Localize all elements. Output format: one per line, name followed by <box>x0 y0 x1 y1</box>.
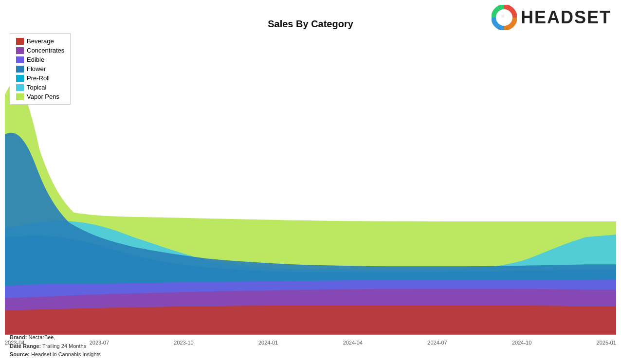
legend-color-flower <box>16 66 24 73</box>
area-beverage <box>5 306 616 335</box>
legend-label-flower: Flower <box>27 65 46 73</box>
logo-text: HEADSET <box>521 7 611 28</box>
page-container: HEADSET Sales By Category BeverageConcen… <box>0 0 621 364</box>
legend-item-vapor-pens: Vapor Pens <box>16 93 64 100</box>
legend-color-concentrates <box>16 47 24 54</box>
x-axis-label: 2024-10 <box>512 340 531 346</box>
legend-label-pre-roll: Pre-Roll <box>27 74 50 82</box>
legend-color-pre-roll <box>16 75 24 82</box>
x-axis-label: 2024-04 <box>343 340 363 346</box>
brand-label: Brand: <box>10 334 27 340</box>
legend-color-topical <box>16 84 24 91</box>
chart-legend: BeverageConcentratesEdibleFlowerPre-Roll… <box>10 33 71 105</box>
chart-title: Sales By Category <box>268 18 353 30</box>
legend-color-edible <box>16 56 24 63</box>
legend-label-vapor-pens: Vapor Pens <box>27 93 59 100</box>
legend-label-concentrates: Concentrates <box>27 47 64 54</box>
legend-label-edible: Edible <box>27 56 44 63</box>
legend-color-beverage <box>16 38 24 45</box>
legend-label-topical: Topical <box>27 84 46 91</box>
chart-area <box>5 32 616 335</box>
legend-item-concentrates: Concentrates <box>16 47 64 54</box>
chart-svg <box>5 32 616 335</box>
legend-item-flower: Flower <box>16 65 64 73</box>
svg-point-2 <box>501 15 504 18</box>
x-axis-label: 2024-01 <box>258 340 278 346</box>
footer-brand: Brand: NectarBee, <box>10 333 101 342</box>
legend-item-pre-roll: Pre-Roll <box>16 74 64 82</box>
legend-item-beverage: Beverage <box>16 37 64 45</box>
legend-label-beverage: Beverage <box>27 37 54 45</box>
legend-item-topical: Topical <box>16 84 64 91</box>
footer-info: Brand: NectarBee, Date Range: Trailing 2… <box>10 333 101 359</box>
legend-color-vapor-pens <box>16 93 24 100</box>
source-value: Headset.io Cannabis Insights <box>31 351 101 357</box>
source-label: Source: <box>10 351 30 357</box>
svg-point-1 <box>500 14 508 21</box>
footer-source: Source: Headset.io Cannabis Insights <box>10 350 101 359</box>
legend-item-edible: Edible <box>16 56 64 63</box>
daterange-label: Date Range: <box>10 343 41 349</box>
x-axis-label: 2025-01 <box>597 340 616 346</box>
headset-logo-icon <box>492 5 517 30</box>
x-axis-label: 2023-10 <box>174 340 193 346</box>
footer-daterange: Date Range: Trailing 24 Months <box>10 342 101 351</box>
logo-area: HEADSET <box>492 5 611 30</box>
daterange-value: Trailing 24 Months <box>42 343 86 349</box>
x-axis-label: 2024-07 <box>427 340 447 346</box>
brand-value: NectarBee, <box>29 334 55 340</box>
